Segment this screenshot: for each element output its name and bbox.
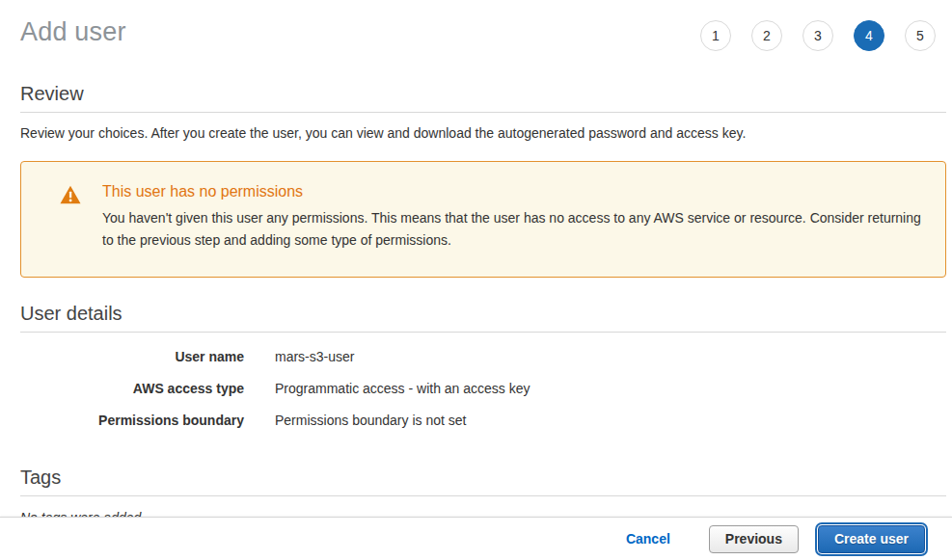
review-heading: Review [20,83,946,113]
detail-row-user-name: User name mars-s3-user [20,349,946,364]
cancel-link[interactable]: Cancel [626,531,670,547]
review-section: Review Review your choices. After you cr… [20,83,946,141]
warning-triangle-icon [60,185,81,208]
detail-label: AWS access type [20,381,244,396]
user-details-section: User details User name mars-s3-user AWS … [20,303,946,428]
wizard-footer: Cancel Previous Create user [0,517,952,560]
detail-row-access-type: AWS access type Programmatic access - wi… [20,381,946,396]
detail-value: mars-s3-user [275,349,354,364]
step-1: 1 [700,20,731,51]
page-title: Add user [20,17,126,47]
step-5: 5 [905,20,936,51]
detail-value: Programmatic access - with an access key [275,381,530,396]
wizard-header: Add user 1 2 3 4 5 [0,0,952,69]
create-user-button[interactable]: Create user [818,525,925,553]
step-3: 3 [802,20,833,51]
warning-body: You haven't given this user any permissi… [102,207,922,252]
wizard-step-indicator: 1 2 3 4 5 [700,20,936,51]
review-description: Review your choices. After you create th… [20,125,946,141]
detail-label: Permissions boundary [20,413,244,428]
previous-button[interactable]: Previous [709,525,799,553]
user-details-rows: User name mars-s3-user AWS access type P… [20,349,946,428]
main-content: Review Review your choices. After you cr… [20,83,946,525]
step-2: 2 [751,20,782,51]
detail-label: User name [20,349,244,364]
user-details-heading: User details [20,303,946,333]
detail-value: Permissions boundary is not set [275,413,466,428]
detail-row-permissions-boundary: Permissions boundary Permissions boundar… [20,413,946,428]
tags-heading: Tags [20,467,946,496]
step-4-current: 4 [854,20,884,51]
no-permissions-warning: This user has no permissions You haven't… [20,161,946,278]
warning-title: This user has no permissions [102,183,922,200]
warning-text: This user has no permissions You haven't… [102,183,922,252]
